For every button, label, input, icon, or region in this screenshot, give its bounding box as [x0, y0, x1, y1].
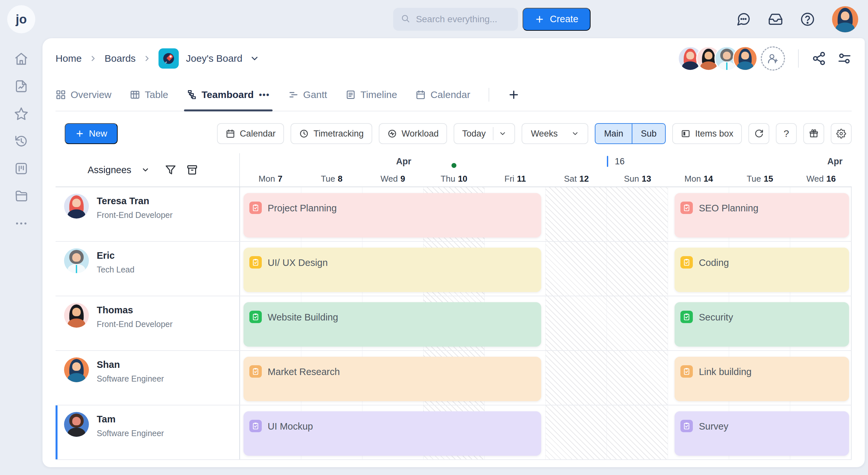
inbox-icon[interactable] [768, 12, 783, 27]
new-button-label: New [89, 128, 107, 139]
member-avatar[interactable] [733, 46, 757, 71]
archive-icon[interactable] [186, 164, 198, 176]
boards-icon[interactable] [14, 161, 28, 176]
overview-grid-icon [56, 90, 66, 100]
history-icon[interactable] [14, 134, 28, 148]
day-header-weekend: Sat12 [546, 174, 607, 184]
tab-label: Overview [70, 89, 112, 100]
task-bar[interactable]: Survey [675, 411, 849, 456]
assignee-row: Teresa Tran Front-End Developer Project … [56, 187, 852, 242]
search-icon [401, 14, 410, 25]
assignees-chevron-down-icon[interactable] [141, 166, 150, 174]
assignee-cell[interactable]: Teresa Tran Front-End Developer [56, 187, 239, 241]
assignee-cell[interactable]: Thomas Front-End Developer [56, 296, 239, 350]
share-icon[interactable] [812, 51, 826, 66]
global-search[interactable] [393, 8, 518, 31]
task-label: UI Mockup [268, 420, 313, 433]
toolbar-right: Calendar Timetracking Workload Today [217, 123, 852, 144]
tab-teamboard[interactable]: Teamboard ••• [187, 79, 270, 111]
gift-button[interactable] [803, 123, 824, 144]
tab-timeline[interactable]: Timeline [345, 79, 397, 111]
breadcrumb-row: Home Boards Joey's Board [56, 46, 852, 71]
board-menu-chevron-down-icon[interactable] [250, 54, 259, 63]
task-clipboard-icon [249, 256, 262, 268]
chat-icon[interactable] [736, 12, 751, 27]
workspace-logo[interactable]: jo [7, 5, 35, 33]
timeline-icon [345, 90, 356, 100]
divider [798, 49, 799, 68]
gantt-icon [288, 90, 299, 100]
task-bar[interactable]: Website Building [244, 302, 541, 347]
help-icon[interactable] [800, 12, 815, 27]
toggle-sub[interactable]: Sub [632, 124, 665, 144]
more-options-icon[interactable] [14, 216, 28, 231]
calendar-button[interactable]: Calendar [217, 123, 284, 144]
filter-icon[interactable] [165, 164, 177, 176]
table-icon [130, 90, 140, 100]
week-marker: 16 [607, 156, 624, 167]
tab-gantt[interactable]: Gantt [288, 79, 327, 111]
day-header: Wed16 [790, 174, 852, 184]
task-label: Project Planning [268, 201, 337, 215]
time-scale-value: Weeks [531, 129, 558, 139]
toggle-main[interactable]: Main [595, 124, 632, 144]
help-button[interactable]: ? [776, 123, 797, 144]
calendar-button-label: Calendar [240, 129, 276, 139]
add-member-icon[interactable] [761, 46, 785, 70]
task-label: Coding [699, 256, 729, 269]
assignee-cell[interactable]: Tam Software Engineer [56, 405, 239, 459]
month-label-left: Apr [396, 157, 411, 167]
task-bar[interactable]: Project Planning [244, 193, 541, 238]
breadcrumb-boards[interactable]: Boards [104, 53, 135, 64]
task-bar[interactable]: SEO Planning [675, 193, 849, 238]
task-bar[interactable]: Coding [675, 248, 849, 292]
favorites-star-icon[interactable] [14, 106, 28, 121]
task-bar[interactable]: Link building [675, 357, 849, 401]
time-scale-select[interactable]: Weeks [522, 123, 588, 144]
search-input[interactable] [416, 14, 510, 25]
home-icon[interactable] [14, 52, 28, 66]
task-clipboard-icon [680, 256, 693, 268]
tab-calendar[interactable]: Calendar [415, 79, 470, 111]
task-clipboard-icon [680, 201, 693, 214]
chevron-right-icon [143, 54, 151, 63]
task-bar[interactable]: Market Research [244, 357, 541, 401]
add-view-icon[interactable] [507, 89, 520, 101]
tab-overview[interactable]: Overview [56, 79, 112, 111]
calendar-icon [225, 129, 235, 138]
day-header-weekend: Sun13 [607, 174, 668, 184]
refresh-button[interactable] [748, 123, 769, 144]
assignee-cell[interactable]: Shan Software Engineer [56, 351, 239, 405]
task-bar[interactable]: UI Mockup [244, 411, 541, 456]
tab-label: Table [145, 89, 168, 100]
workload-button[interactable]: Workload [379, 123, 447, 144]
task-label: Security [699, 311, 733, 324]
breadcrumb-board-name[interactable]: Joey's Board [186, 53, 243, 64]
reports-icon[interactable] [14, 79, 28, 93]
divider [489, 88, 489, 102]
tab-more-icon[interactable]: ••• [259, 90, 270, 100]
assignee-cell[interactable]: Eric Tech Lead [56, 242, 239, 296]
assignee-name: Thomas [97, 305, 173, 316]
tab-table[interactable]: Table [130, 79, 168, 111]
tab-label: Calendar [430, 89, 470, 100]
task-clipboard-icon [680, 365, 693, 378]
today-button[interactable]: Today [454, 123, 515, 144]
folder-icon[interactable] [14, 189, 28, 203]
create-button[interactable]: Create [523, 8, 591, 31]
assignee-row: Eric Tech Lead UI/ UX Design Coding [56, 242, 852, 296]
chevron-down-icon [571, 130, 579, 137]
breadcrumb-home[interactable]: Home [56, 53, 82, 64]
assignee-role: Software Engineer [97, 429, 164, 438]
timeline-cell: Website Building Security [239, 296, 852, 350]
new-item-button[interactable]: New [65, 123, 118, 144]
items-box-button[interactable]: Items box [672, 123, 742, 144]
task-bar[interactable]: UI/ UX Design [244, 248, 541, 292]
settings-button[interactable] [831, 123, 852, 144]
task-bar[interactable]: Security [675, 302, 849, 347]
teamboard-schedule: Assignees Apr 16 Apr [56, 153, 852, 460]
view-settings-sliders-icon[interactable] [837, 51, 852, 66]
timetracking-button[interactable]: Timetracking [290, 123, 372, 144]
chevron-down-icon[interactable] [499, 130, 506, 137]
user-avatar[interactable] [832, 6, 858, 32]
